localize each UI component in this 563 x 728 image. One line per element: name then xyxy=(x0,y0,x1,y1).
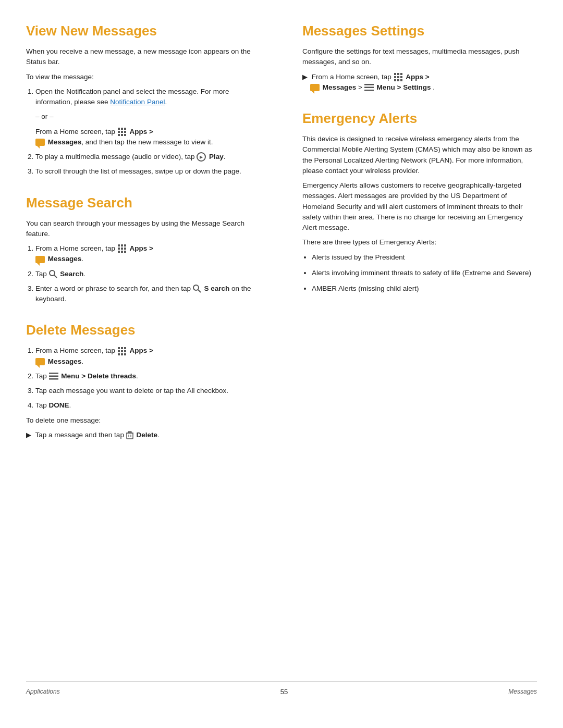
svg-rect-11 xyxy=(124,244,126,246)
svg-rect-30 xyxy=(124,353,126,355)
svg-rect-29 xyxy=(121,353,123,355)
svg-rect-8 xyxy=(124,134,126,136)
svg-rect-46 xyxy=(397,79,399,81)
delete-step-2: Tap Menu > Delete threads. xyxy=(35,371,261,381)
left-column: View New Messages When you receive a new… xyxy=(26,21,282,681)
message-search-intro: You can search through your messages by … xyxy=(26,218,261,240)
svg-rect-12 xyxy=(118,248,120,250)
view-new-messages-intro2: To view the message: xyxy=(26,72,261,82)
svg-point-18 xyxy=(50,270,55,276)
search-step-1: From a Home screen, tap xyxy=(35,243,261,265)
messages-settings-bullet: ▶ From a Home screen, tap xyxy=(302,72,537,93)
svg-rect-45 xyxy=(394,79,396,81)
search-icon xyxy=(49,270,57,278)
emergency-alerts-list: Alerts issued by the President Alerts in… xyxy=(302,252,537,294)
svg-line-21 xyxy=(198,290,201,292)
svg-rect-23 xyxy=(121,347,123,349)
messages-icon-4 xyxy=(310,84,320,91)
apps-icon xyxy=(117,127,127,137)
message-search-title: Message Search xyxy=(26,193,261,213)
message-search-steps: From a Home screen, tap xyxy=(26,243,261,304)
search-step-3: Enter a word or phrase to search for, an… xyxy=(35,283,261,305)
svg-rect-14 xyxy=(124,248,126,250)
page: View New Messages When you receive a new… xyxy=(0,0,563,728)
emergency-alerts-para2: Emergency Alerts allows customers to rec… xyxy=(302,180,537,233)
svg-rect-7 xyxy=(121,134,123,136)
svg-rect-15 xyxy=(118,251,120,253)
messages-settings-title: Messages Settings xyxy=(302,21,537,41)
svg-rect-2 xyxy=(124,128,126,130)
apps-icon-3 xyxy=(117,347,127,356)
view-step-1: Open the Notification panel and select t… xyxy=(35,87,261,147)
delete-messages-section: Delete Messages From a Home screen, tap xyxy=(26,320,261,440)
svg-rect-49 xyxy=(364,87,374,89)
svg-point-20 xyxy=(193,285,199,290)
menu-icon-2 xyxy=(364,84,374,91)
trash-icon xyxy=(126,431,133,439)
view-step-3: To scroll through the list of messages, … xyxy=(35,166,261,177)
emergency-three-types: There are three types of Emergency Alert… xyxy=(302,237,537,248)
play-icon xyxy=(197,152,206,162)
messages-icon xyxy=(35,139,45,146)
svg-rect-9 xyxy=(118,244,120,246)
svg-rect-35 xyxy=(128,431,131,433)
svg-rect-44 xyxy=(400,76,402,78)
svg-rect-27 xyxy=(124,350,126,352)
delete-one-bullet: ▶ Tap a message and then tap Delete. xyxy=(26,430,261,440)
svg-rect-17 xyxy=(124,251,126,253)
svg-rect-22 xyxy=(118,347,120,349)
or-divider: – or – xyxy=(35,112,261,122)
page-footer: Applications 55 Messages xyxy=(26,681,537,697)
svg-rect-34 xyxy=(127,433,133,439)
notification-panel-link[interactable]: Notification Panel xyxy=(110,98,165,106)
svg-rect-26 xyxy=(121,350,123,352)
view-new-messages-steps: Open the Notification panel and select t… xyxy=(26,87,261,177)
menu-icon xyxy=(49,373,58,380)
svg-rect-0 xyxy=(118,128,120,130)
main-columns: View New Messages When you receive a new… xyxy=(26,21,537,681)
view-step1b: From a Home screen, tap xyxy=(35,127,261,148)
svg-rect-33 xyxy=(49,378,58,380)
apps-icon-2 xyxy=(117,244,127,253)
svg-rect-28 xyxy=(118,353,120,355)
svg-rect-47 xyxy=(400,79,402,81)
messages-settings-intro: Configure the settings for text messages… xyxy=(302,46,537,68)
emergency-alerts-section: Emergency Alerts This device is designed… xyxy=(302,108,537,294)
emergency-bullet-3: AMBER Alerts (missing child alert) xyxy=(312,283,537,294)
delete-step-3: Tap each message you want to delete or t… xyxy=(35,386,261,396)
view-new-messages-section: View New Messages When you receive a new… xyxy=(26,21,261,177)
search-icon-2 xyxy=(193,285,201,293)
apps-icon-4 xyxy=(394,72,403,82)
svg-rect-39 xyxy=(394,73,396,75)
svg-rect-5 xyxy=(124,131,126,133)
svg-rect-48 xyxy=(364,84,374,85)
svg-rect-31 xyxy=(49,373,58,374)
emergency-bullet-2: Alerts involving imminent threats to saf… xyxy=(312,268,537,278)
svg-rect-25 xyxy=(118,350,120,352)
emergency-bullet-1: Alerts issued by the President xyxy=(312,252,537,263)
message-search-section: Message Search You can search through yo… xyxy=(26,193,261,305)
delete-step-4: Tap DONE. xyxy=(35,400,261,411)
svg-rect-50 xyxy=(364,90,374,91)
search-step-2: Tap Search. xyxy=(35,269,261,279)
view-new-messages-title: View New Messages xyxy=(26,21,261,41)
svg-rect-3 xyxy=(118,131,120,133)
to-delete-one-label: To delete one message: xyxy=(26,415,261,426)
svg-rect-24 xyxy=(124,347,126,349)
svg-rect-4 xyxy=(121,131,123,133)
svg-rect-40 xyxy=(397,73,399,75)
footer-right: Messages xyxy=(508,687,537,696)
messages-icon-3 xyxy=(35,358,45,365)
svg-rect-1 xyxy=(121,128,123,130)
svg-rect-10 xyxy=(121,244,123,246)
delete-messages-steps: From a Home screen, tap xyxy=(26,346,261,411)
svg-rect-41 xyxy=(400,73,402,75)
svg-line-19 xyxy=(54,275,57,278)
svg-rect-42 xyxy=(394,76,396,78)
delete-step-1: From a Home screen, tap xyxy=(35,346,261,367)
footer-page-number: 55 xyxy=(280,687,288,697)
delete-messages-title: Delete Messages xyxy=(26,320,261,340)
svg-rect-16 xyxy=(121,251,123,253)
emergency-alerts-title: Emergency Alerts xyxy=(302,108,537,129)
view-new-messages-intro1: When you receive a new message, a new me… xyxy=(26,46,261,68)
